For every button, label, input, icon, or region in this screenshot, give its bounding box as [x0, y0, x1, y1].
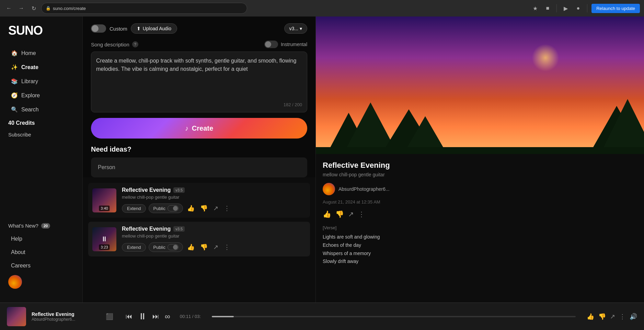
profile-button[interactable]: ● [573, 3, 583, 13]
song-version-1: v3.5 [173, 187, 185, 193]
player-dislike-button[interactable]: 👎 [598, 313, 606, 320]
version-button[interactable]: v3... ▾ [284, 23, 307, 34]
lyrics-line-2: Echoes of the day [323, 241, 637, 250]
public-switch-1[interactable] [168, 205, 179, 211]
search-icon: 🔍 [11, 106, 18, 113]
credits-label[interactable]: 40 Credits [0, 117, 82, 130]
song-title-row-1: Reflective Evening v3.5 [122, 187, 306, 193]
sidebar-item-library[interactable]: 📚 Library [3, 75, 80, 88]
right-more-button[interactable]: ⋮ [358, 210, 365, 218]
whats-new-item[interactable]: What's New? 20 [0, 219, 82, 232]
right-genre: mellow chill-pop gentle guitar [323, 172, 637, 177]
sidebar-item-home[interactable]: 🏠 Home [3, 46, 80, 60]
custom-toggle[interactable] [91, 24, 106, 33]
app-logo: SUNO [0, 23, 82, 46]
char-count: 182 / 200 [96, 102, 302, 107]
lyrics-section: [Verse] Lights are soft and glowing Echo… [323, 225, 637, 266]
right-like-button[interactable]: 👍 [323, 210, 331, 218]
relaunch-button[interactable]: Relaunch to update [591, 4, 640, 13]
song-info-1: Reflective Evening v3.5 mellow chill-pop… [122, 187, 306, 213]
player-more-button[interactable]: ⋮ [619, 313, 625, 320]
more-button-2[interactable]: ⋮ [222, 242, 231, 252]
right-avatar [323, 183, 335, 195]
subscribe-link[interactable]: Subscribe [0, 130, 82, 140]
sidebar-item-help[interactable]: Help [3, 232, 80, 245]
refresh-button[interactable]: ↻ [29, 3, 38, 13]
upload-audio-button[interactable]: ⬆ Upload Audio [131, 23, 177, 34]
create-button[interactable]: ♪ Create [91, 118, 307, 139]
sidebar-item-about[interactable]: About [3, 246, 80, 259]
media-button[interactable]: ▶ [561, 3, 571, 13]
back-button[interactable]: ← [4, 3, 14, 13]
extend-button-1[interactable]: Extend [122, 204, 146, 213]
like-button-1[interactable]: 👍 [186, 203, 196, 213]
right-share-button[interactable]: ↗ [348, 210, 354, 218]
browser-bar: ← → ↻ 🔒 suno.com/create ★ ■ ▶ ● Relaunch… [0, 0, 644, 16]
song-name-1: Reflective Evening [122, 187, 171, 193]
create-area: Custom ⬆ Upload Audio v3... ▾ Song descr… [83, 16, 315, 145]
app-layout: SUNO 🏠 Home ✨ Create 📚 Library 🧭 Explore… [0, 16, 644, 302]
player-share-button[interactable]: ↗ [610, 313, 615, 320]
hero-image [316, 16, 644, 154]
extend-button-2[interactable]: Extend [122, 243, 146, 252]
bookmark-button[interactable]: ★ [530, 3, 540, 13]
share-button-2[interactable]: ↗ [212, 242, 220, 252]
song-title-row-2: Reflective Evening v3.5 [122, 226, 306, 232]
screen-cast-button[interactable]: ⬛ [106, 313, 113, 320]
lyrics-line-1: Lights are soft and glowing [323, 233, 637, 241]
description-textarea[interactable] [96, 57, 302, 98]
player-time: 00:11 / 03: [180, 314, 201, 319]
top-controls: Custom ⬆ Upload Audio v3... ▾ [91, 23, 307, 34]
song-duration-1: 3:40 [99, 206, 110, 211]
like-button-2[interactable]: 👍 [186, 242, 196, 252]
dislike-button-1[interactable]: 👎 [199, 203, 209, 213]
more-button-1[interactable]: ⋮ [222, 203, 231, 213]
sidebar-item-careers[interactable]: Careers [3, 259, 80, 272]
public-toggle-2[interactable]: Public [149, 242, 183, 252]
player-title: Reflective Evening [32, 311, 100, 317]
sidebar-label-careers: Careers [11, 263, 31, 269]
instrumental-toggle: Instrumental [264, 41, 307, 48]
dislike-button-2[interactable]: 👎 [199, 242, 209, 252]
previous-button[interactable]: ⏮ [126, 312, 133, 320]
repeat-button[interactable]: ∞ [165, 312, 170, 321]
player-like-button[interactable]: 👍 [587, 313, 594, 320]
sun-glow [532, 44, 559, 72]
sidebar-item-search[interactable]: 🔍 Search [3, 103, 80, 116]
song-version-2: v3.5 [173, 226, 185, 232]
next-button[interactable]: ⏭ [152, 312, 159, 320]
center-column: Custom ⬆ Upload Audio v3... ▾ Song descr… [82, 16, 316, 302]
public-switch-2[interactable] [168, 244, 179, 250]
player-controls: ⏮ ⏸ ⏭ ∞ [126, 311, 170, 322]
pause-button[interactable]: ⏸ [138, 311, 147, 322]
sidebar-label-library: Library [21, 78, 38, 85]
url-bar[interactable]: 🔒 suno.com/create [41, 3, 247, 14]
player-thumbnail [7, 307, 26, 326]
right-actions: 👍 👎 ↗ ⋮ [323, 210, 637, 218]
sidebar-item-explore[interactable]: 🧭 Explore [3, 89, 80, 102]
sidebar-label-explore: Explore [21, 92, 40, 99]
song-genre-2: mellow chill-pop gentle guitar [122, 233, 306, 239]
public-toggle-1[interactable]: Public [149, 204, 183, 213]
instrumental-switch[interactable] [264, 41, 278, 48]
share-button-1[interactable]: ↗ [212, 203, 220, 213]
lock-icon: 🔒 [46, 6, 51, 11]
sidebar-label-create: Create [21, 64, 38, 70]
library-icon: 📚 [11, 78, 18, 85]
player-progress[interactable] [212, 316, 576, 317]
user-avatar[interactable] [8, 275, 22, 289]
idea-card[interactable]: Person [91, 157, 307, 177]
forward-button[interactable]: → [16, 3, 26, 13]
right-dislike-button[interactable]: 👎 [335, 210, 344, 218]
volume-button[interactable]: 🔊 [630, 313, 637, 320]
player-author: AbsurdPhotographer6... [32, 317, 100, 322]
song-name-2: Reflective Evening [122, 226, 171, 232]
custom-label: Custom [110, 26, 127, 32]
sidebar-item-create[interactable]: ✨ Create [3, 60, 80, 74]
song-desc-label: Song description [91, 42, 129, 47]
song-actions-1: Extend Public 👍 👎 ↗ ⋮ [122, 203, 306, 213]
instrumental-label: Instrumental [281, 42, 307, 47]
right-panel: Reflective Evening mellow chill-pop gent… [316, 16, 644, 302]
table-row: ⏸ 3:23 Reflective Evening v3.5 mellow ch… [88, 222, 310, 256]
extensions-button[interactable]: ■ [543, 3, 552, 13]
